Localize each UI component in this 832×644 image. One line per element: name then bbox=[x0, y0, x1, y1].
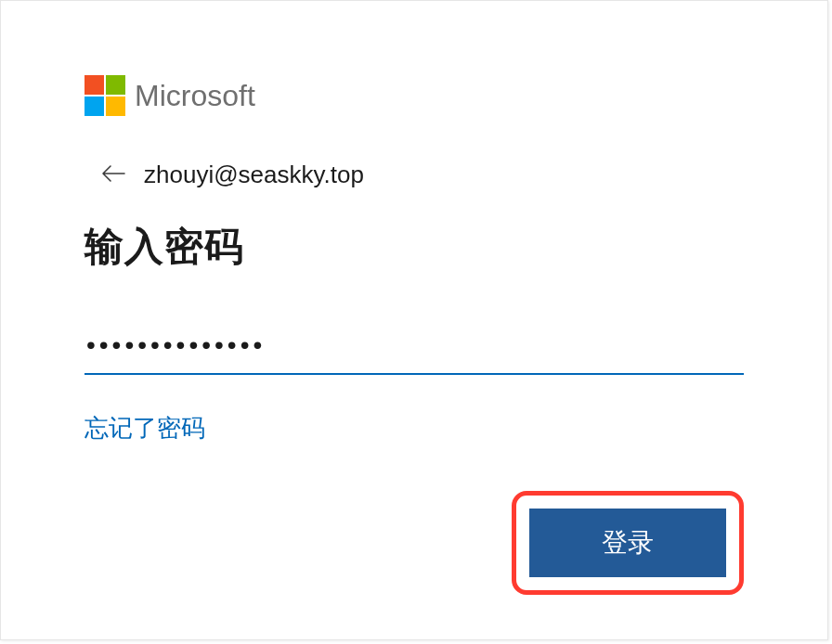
signin-button[interactable]: 登录 bbox=[529, 509, 726, 577]
forgot-password-link[interactable]: 忘记了密码 bbox=[84, 412, 205, 444]
page-title: 输入密码 bbox=[84, 221, 744, 273]
back-arrow-icon[interactable] bbox=[101, 164, 125, 187]
signin-highlight-box: 登录 bbox=[512, 491, 744, 595]
microsoft-logo-icon bbox=[84, 75, 125, 116]
brand-logo-row: Microsoft bbox=[84, 75, 744, 116]
login-card: Microsoft zhouyi@seaskky.top 输入密码 忘记了密码 … bbox=[0, 0, 828, 640]
button-row: 登录 bbox=[84, 491, 744, 595]
identity-email: zhouyi@seaskky.top bbox=[144, 161, 364, 189]
identity-row: zhouyi@seaskky.top bbox=[84, 161, 744, 189]
brand-name: Microsoft bbox=[135, 79, 255, 113]
password-input[interactable] bbox=[84, 323, 744, 375]
